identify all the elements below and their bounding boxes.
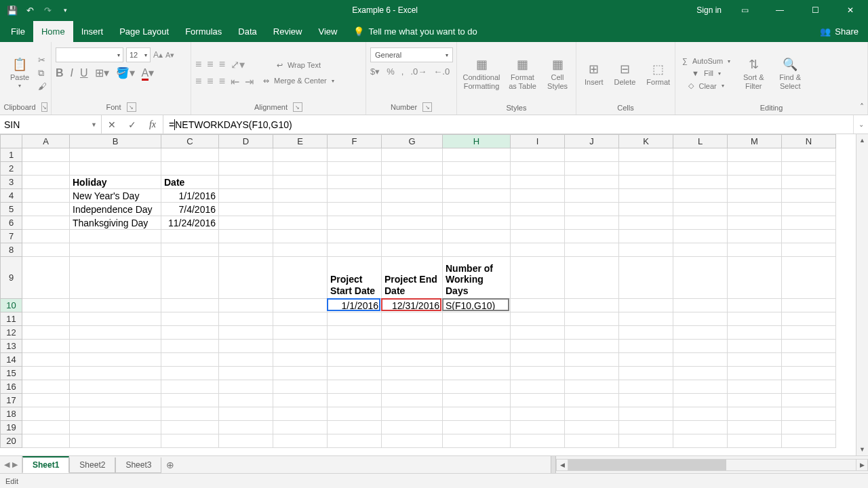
scroll-right-icon[interactable]: ▶ [856, 459, 868, 471]
collapse-ribbon-icon[interactable]: ˄ [860, 102, 864, 112]
cell-M11[interactable] [728, 312, 782, 326]
cell-A6[interactable] [22, 216, 70, 230]
cell-N4[interactable] [782, 189, 836, 203]
cell-styles-button[interactable]: ▦Cell Styles [543, 56, 572, 91]
cell-L8[interactable] [673, 243, 728, 257]
cell-L2[interactable] [673, 162, 728, 176]
cell-J7[interactable] [565, 230, 619, 243]
cell-G17[interactable] [382, 394, 443, 407]
row-header-16[interactable]: 16 [1, 380, 22, 394]
cell-E15[interactable] [273, 367, 328, 380]
cell-B16[interactable] [70, 380, 161, 394]
cell-L5[interactable] [673, 203, 728, 216]
cell-D1[interactable] [219, 148, 273, 162]
find-select-button[interactable]: 🔍Find & Select [774, 56, 806, 91]
cell-H7[interactable] [443, 230, 511, 243]
cell-D10[interactable] [219, 299, 273, 312]
cell-H14[interactable] [443, 353, 511, 367]
grid[interactable]: ABCDEFGHIJKLMN123HolidayDate4New Year's … [0, 134, 856, 455]
cell-B13[interactable] [70, 340, 161, 353]
cell-K4[interactable] [619, 189, 673, 203]
cell-A18[interactable] [22, 407, 70, 421]
wrap-text-button[interactable]: ↩ Wrap Text [260, 60, 337, 71]
cell-I1[interactable] [511, 148, 565, 162]
col-header-M[interactable]: M [728, 135, 782, 148]
insert-cells-button[interactable]: ⊞Insert [580, 60, 608, 87]
row-header-12[interactable]: 12 [1, 326, 22, 340]
cell-I19[interactable] [511, 421, 565, 434]
cell-L11[interactable] [673, 312, 728, 326]
row-header-1[interactable]: 1 [1, 148, 22, 162]
tab-formulas[interactable]: Formulas [177, 21, 230, 42]
format-cells-button[interactable]: ⬚Format [642, 60, 674, 87]
cell-F15[interactable] [328, 367, 382, 380]
cell-C4[interactable]: 1/1/2016 [161, 189, 219, 203]
cell-N15[interactable] [782, 367, 836, 380]
cell-E13[interactable] [273, 340, 328, 353]
cell-J4[interactable] [565, 189, 619, 203]
cell-K12[interactable] [619, 326, 673, 340]
cell-J20[interactable] [565, 434, 619, 448]
align-center-icon[interactable]: ≡ [207, 75, 213, 88]
cell-D5[interactable] [219, 203, 273, 216]
cell-E11[interactable] [273, 312, 328, 326]
cell-E1[interactable] [273, 148, 328, 162]
clear-button[interactable]: ◇ Clear ▾ [679, 80, 733, 92]
cell-C14[interactable] [161, 353, 219, 367]
cell-L7[interactable] [673, 230, 728, 243]
hscroll-thumb[interactable] [568, 460, 726, 470]
qat-customize-icon[interactable]: ▾ [57, 2, 73, 18]
cell-E4[interactable] [273, 189, 328, 203]
cell-K20[interactable] [619, 434, 673, 448]
cell-N11[interactable] [782, 312, 836, 326]
scroll-left-icon[interactable]: ◀ [556, 459, 568, 471]
cell-I11[interactable] [511, 312, 565, 326]
merge-center-button[interactable]: ⇔ Merge & Center ▾ [260, 75, 337, 87]
cell-J14[interactable] [565, 353, 619, 367]
cell-D6[interactable] [219, 216, 273, 230]
cell-E14[interactable] [273, 353, 328, 367]
cell-F2[interactable] [328, 162, 382, 176]
cell-K3[interactable] [619, 176, 673, 189]
cell-F11[interactable] [328, 312, 382, 326]
cell-M8[interactable] [728, 243, 782, 257]
cell-K15[interactable] [619, 367, 673, 380]
cell-F17[interactable] [328, 394, 382, 407]
cell-L17[interactable] [673, 394, 728, 407]
number-dialog-icon[interactable]: ↘ [422, 102, 432, 112]
row-header-7[interactable]: 7 [1, 230, 22, 243]
cell-J6[interactable] [565, 216, 619, 230]
cell-L12[interactable] [673, 326, 728, 340]
cell-A1[interactable] [22, 148, 70, 162]
cell-L16[interactable] [673, 380, 728, 394]
cell-H4[interactable] [443, 189, 511, 203]
shrink-font-icon[interactable]: A▾ [165, 51, 174, 60]
cell-A11[interactable] [22, 312, 70, 326]
cell-N16[interactable] [782, 380, 836, 394]
cell-J16[interactable] [565, 380, 619, 394]
conditional-formatting-button[interactable]: ▦Conditional Formatting [461, 56, 502, 91]
row-header-4[interactable]: 4 [1, 189, 22, 203]
save-icon[interactable]: 💾 [4, 2, 20, 18]
col-header-C[interactable]: C [161, 135, 219, 148]
cell-H10[interactable]: S(F10,G10) [443, 299, 511, 312]
cell-K17[interactable] [619, 394, 673, 407]
cell-F5[interactable] [328, 203, 382, 216]
cell-C11[interactable] [161, 312, 219, 326]
redo-icon[interactable]: ↷ [39, 2, 56, 18]
cell-D17[interactable] [219, 394, 273, 407]
align-top-icon[interactable]: ≡ [195, 58, 201, 71]
cell-N17[interactable] [782, 394, 836, 407]
col-header-K[interactable]: K [619, 135, 673, 148]
cell-H5[interactable] [443, 203, 511, 216]
cell-J5[interactable] [565, 203, 619, 216]
cell-C7[interactable] [161, 230, 219, 243]
cell-L4[interactable] [673, 189, 728, 203]
cell-M5[interactable] [728, 203, 782, 216]
cell-G12[interactable] [382, 326, 443, 340]
font-name-dropdown[interactable]: ▾ [56, 47, 123, 62]
fill-button[interactable]: ▼ Fill ▾ [679, 68, 733, 79]
cell-M18[interactable] [728, 407, 782, 421]
col-header-I[interactable]: I [511, 135, 565, 148]
cell-N6[interactable] [782, 216, 836, 230]
